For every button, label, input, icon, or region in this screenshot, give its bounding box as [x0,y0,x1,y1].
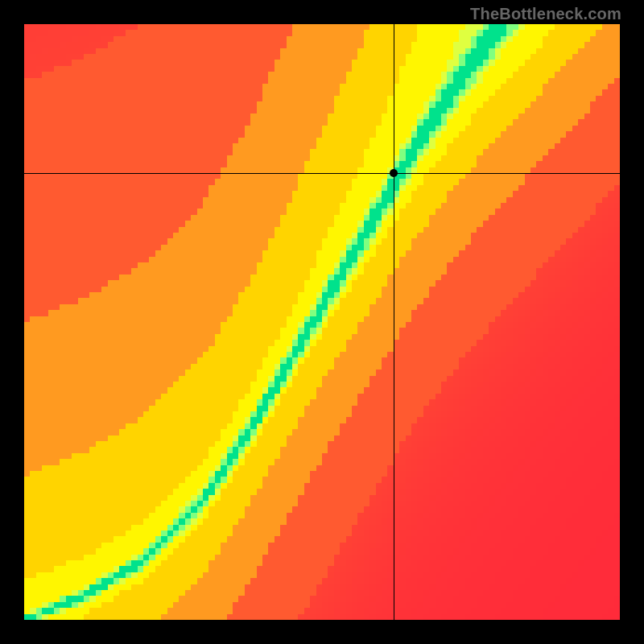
heatmap-canvas [24,24,620,620]
crosshair-vertical [394,24,394,620]
heatmap-plot [24,24,620,620]
watermark-text: TheBottleneck.com [470,5,621,23]
selection-marker [390,169,398,177]
crosshair-horizontal [24,173,620,174]
